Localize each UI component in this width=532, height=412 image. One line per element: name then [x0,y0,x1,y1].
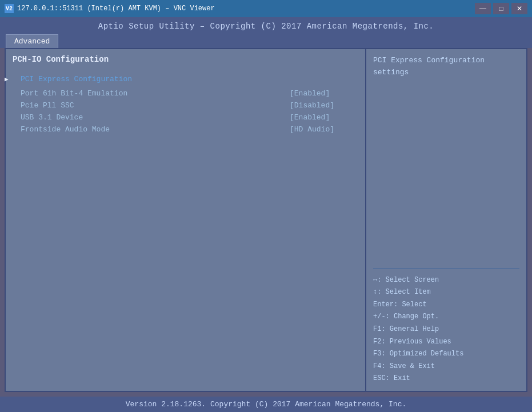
bios-container: Aptio Setup Utility – Copyright (C) 2017… [0,17,532,412]
key-f3: F3: Optimized Defaults [373,348,519,361]
right-panel: PCI Express Configuration settings ↔: Se… [366,49,526,391]
maximize-button[interactable]: □ [493,3,509,14]
app-icon: V2 [5,4,14,13]
key-esc: ESC: Exit [373,373,519,385]
window-title: 127.0.0.1::51311 (Intel(r) AMT KVM) – VN… [17,5,475,13]
key-select-item: ↕: Select Item [373,286,519,299]
port61h-label: Port 61h Bit-4 Emulation [21,89,290,98]
key-enter: Enter: Select [373,299,519,311]
header-text: Aptio Setup Utility – Copyright (C) 2017… [98,22,434,31]
title-bar: V2 127.0.0.1::51311 (Intel(r) AMT KVM) –… [0,0,532,17]
tab-advanced-label: Advanced [14,37,50,46]
menu-item-port61h[interactable]: Port 61h Bit-4 Emulation [Enabled] [13,87,358,99]
menu-item-pci-express[interactable]: PCI Express Configuration [13,73,358,85]
help-text: PCI Express Configuration settings [373,55,519,268]
close-button[interactable]: ✕ [511,3,527,14]
bios-footer: Version 2.18.1263. Copyright (C) 2017 Am… [0,397,532,412]
window-controls: — □ ✕ [475,3,527,14]
pci-express-label: PCI Express Configuration [21,75,290,83]
pcie-pll-value: [Disabled] [290,101,358,110]
footer-text: Version 2.18.1263. Copyright (C) 2017 Am… [126,400,406,409]
menu-item-frontside-audio[interactable]: Frontside Audio Mode [HD Audio] [13,123,358,135]
usb31-label: USB 3.1 Device [21,113,290,122]
menu-item-usb31[interactable]: USB 3.1 Device [Enabled] [13,111,358,123]
key-select-screen: ↔: Select Screen [373,274,519,287]
bios-content: PCH-IO Configuration PCI Express Configu… [5,48,527,392]
usb31-value: [Enabled] [290,113,358,122]
key-help: ↔: Select Screen ↕: Select Item Enter: S… [373,268,519,385]
key-f4: F4: Save & Exit [373,361,519,373]
tab-bar: Advanced [0,32,532,48]
tab-advanced[interactable]: Advanced [6,34,58,48]
port61h-value: [Enabled] [290,89,358,98]
bios-header: Aptio Setup Utility – Copyright (C) 2017… [0,17,532,32]
left-panel: PCH-IO Configuration PCI Express Configu… [6,49,366,391]
key-change-opt: +/-: Change Opt. [373,311,519,323]
section-title: PCH-IO Configuration [13,55,358,64]
key-f2: F2: Previous Values [373,336,519,349]
menu-item-pcie-pll[interactable]: Pcie Pll SSC [Disabled] [13,99,358,111]
minimize-button[interactable]: — [475,3,491,14]
frontside-audio-value: [HD Audio] [290,125,358,134]
pcie-pll-label: Pcie Pll SSC [21,101,290,110]
key-f1: F1: General Help [373,323,519,336]
frontside-audio-label: Frontside Audio Mode [21,125,290,134]
